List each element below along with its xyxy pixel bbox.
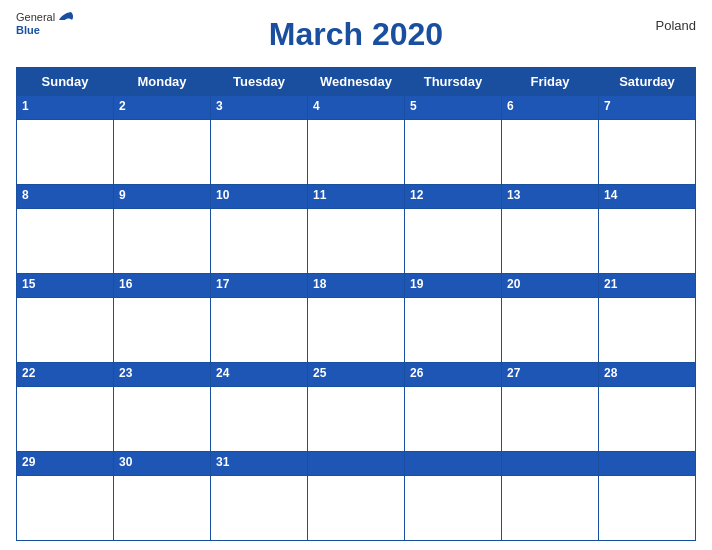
week-4-content-row [17, 387, 696, 452]
calendar-container: General Blue March 2020 Poland Sunday Mo… [0, 0, 712, 550]
week-2-day-1-num: 8 [17, 185, 114, 209]
week-3-day-4-num: 18 [308, 274, 405, 298]
week-1-day-3-num: 3 [211, 96, 308, 120]
week-3-day-7-content [599, 298, 696, 363]
logo-area: General Blue [16, 10, 75, 36]
week-3-day-2-num: 16 [114, 274, 211, 298]
week-4-day-7-num: 28 [599, 363, 696, 387]
logo-general-text: General [16, 11, 55, 23]
country-label: Poland [656, 18, 696, 33]
week-3-day-5-num: 19 [405, 274, 502, 298]
week-4-day-5-num: 26 [405, 363, 502, 387]
week-5-day-6-content [502, 476, 599, 541]
header-friday: Friday [502, 68, 599, 96]
week-3-day-1-content [17, 298, 114, 363]
weekday-header-row: Sunday Monday Tuesday Wednesday Thursday… [17, 68, 696, 96]
calendar-table: Sunday Monday Tuesday Wednesday Thursday… [16, 67, 696, 541]
week-5-day-3-content [211, 476, 308, 541]
week-3-day-3-num: 17 [211, 274, 308, 298]
week-5-day-2-content [114, 476, 211, 541]
week-4-day-5-content [405, 387, 502, 452]
week-4-day-1-num: 22 [17, 363, 114, 387]
week-5-day-7-num [599, 452, 696, 476]
week-2-num-row: 891011121314 [17, 185, 696, 209]
week-3-content-row [17, 298, 696, 363]
week-3-day-2-content [114, 298, 211, 363]
week-2-day-3-num: 10 [211, 185, 308, 209]
week-1-day-6-content [502, 120, 599, 185]
week-1-day-2-num: 2 [114, 96, 211, 120]
logo-bird-icon [57, 10, 75, 24]
header-tuesday: Tuesday [211, 68, 308, 96]
week-5-day-5-num [405, 452, 502, 476]
week-2-content-row [17, 209, 696, 274]
week-2-day-7-num: 14 [599, 185, 696, 209]
header-sunday: Sunday [17, 68, 114, 96]
week-4-day-7-content [599, 387, 696, 452]
week-3-day-4-content [308, 298, 405, 363]
header-monday: Monday [114, 68, 211, 96]
week-4-day-6-content [502, 387, 599, 452]
week-5-day-1-num: 29 [17, 452, 114, 476]
week-5-day-4-content [308, 476, 405, 541]
week-4-num-row: 22232425262728 [17, 363, 696, 387]
week-4-day-3-content [211, 387, 308, 452]
week-1-day-4-content [308, 120, 405, 185]
week-3-day-6-content [502, 298, 599, 363]
week-2-day-5-num: 12 [405, 185, 502, 209]
week-2-day-1-content [17, 209, 114, 274]
week-5-day-5-content [405, 476, 502, 541]
week-3-day-1-num: 15 [17, 274, 114, 298]
week-3-day-6-num: 20 [502, 274, 599, 298]
calendar-header: General Blue March 2020 Poland [16, 10, 696, 63]
week-2-day-6-num: 13 [502, 185, 599, 209]
week-3-num-row: 15161718192021 [17, 274, 696, 298]
week-2-day-3-content [211, 209, 308, 274]
week-1-day-6-num: 6 [502, 96, 599, 120]
week-5-day-6-num [502, 452, 599, 476]
week-1-day-4-num: 4 [308, 96, 405, 120]
week-5-num-row: 293031 [17, 452, 696, 476]
calendar-title: March 2020 [269, 10, 443, 63]
week-5-content-row [17, 476, 696, 541]
week-3-day-3-content [211, 298, 308, 363]
week-1-num-row: 1234567 [17, 96, 696, 120]
week-2-day-6-content [502, 209, 599, 274]
week-1-content-row [17, 120, 696, 185]
week-2-day-2-num: 9 [114, 185, 211, 209]
week-5-day-3-num: 31 [211, 452, 308, 476]
week-1-day-1-num: 1 [17, 96, 114, 120]
week-2-day-2-content [114, 209, 211, 274]
header-wednesday: Wednesday [308, 68, 405, 96]
week-1-day-7-num: 7 [599, 96, 696, 120]
week-1-day-5-content [405, 120, 502, 185]
week-4-day-2-num: 23 [114, 363, 211, 387]
week-1-day-1-content [17, 120, 114, 185]
header-thursday: Thursday [405, 68, 502, 96]
week-1-day-3-content [211, 120, 308, 185]
week-5-day-1-content [17, 476, 114, 541]
week-3-day-5-content [405, 298, 502, 363]
week-4-day-2-content [114, 387, 211, 452]
week-1-day-2-content [114, 120, 211, 185]
week-3-day-7-num: 21 [599, 274, 696, 298]
week-4-day-4-content [308, 387, 405, 452]
week-5-day-7-content [599, 476, 696, 541]
week-4-day-3-num: 24 [211, 363, 308, 387]
header-saturday: Saturday [599, 68, 696, 96]
logo-text: General [16, 10, 75, 24]
week-5-day-2-num: 30 [114, 452, 211, 476]
week-1-day-7-content [599, 120, 696, 185]
logo-blue-text: Blue [16, 24, 40, 36]
week-4-day-4-num: 25 [308, 363, 405, 387]
week-2-day-5-content [405, 209, 502, 274]
week-4-day-6-num: 27 [502, 363, 599, 387]
week-5-day-4-num [308, 452, 405, 476]
week-2-day-4-content [308, 209, 405, 274]
week-2-day-4-num: 11 [308, 185, 405, 209]
week-1-day-5-num: 5 [405, 96, 502, 120]
week-2-day-7-content [599, 209, 696, 274]
week-4-day-1-content [17, 387, 114, 452]
